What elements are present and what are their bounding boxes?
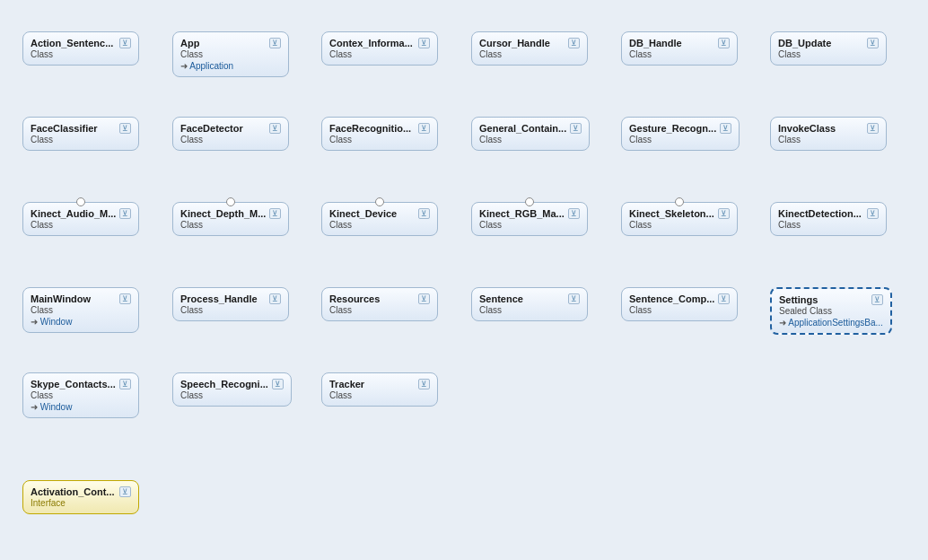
circle-connector	[525, 197, 534, 206]
node-header: Gesture_Recogn...⊻	[629, 123, 731, 134]
node-type: Class	[479, 220, 580, 230]
class-node-sentence[interactable]: Sentence⊻Class	[471, 287, 588, 321]
node-type: Class	[31, 305, 131, 315]
node-header: Kinect_RGB_Ma...⊻	[479, 208, 580, 219]
node-title: MainWindow	[31, 293, 91, 304]
class-node-face-classifier[interactable]: FaceClassifier⊻Class	[22, 117, 139, 151]
chevron-icon[interactable]: ⊻	[418, 123, 430, 134]
chevron-icon[interactable]: ⊻	[570, 123, 582, 134]
node-type: Class	[778, 220, 879, 230]
chevron-icon[interactable]: ⊻	[119, 293, 131, 304]
class-node-gesture-recogn[interactable]: Gesture_Recogn...⊻Class	[621, 117, 740, 151]
chevron-icon[interactable]: ⊻	[867, 38, 879, 48]
node-type: Class	[479, 305, 580, 315]
class-node-kinect-device[interactable]: Kinect_Device⊻Class	[321, 202, 438, 236]
class-node-speech-recogni[interactable]: Speech_Recogni...⊻Class	[172, 372, 292, 407]
chevron-icon[interactable]: ⊻	[269, 38, 281, 48]
class-node-cursor-handle[interactable]: Cursor_Handle⊻Class	[471, 31, 588, 66]
class-node-action-sentenc[interactable]: Action_Sentenc...⊻Class	[22, 31, 139, 66]
chevron-icon[interactable]: ⊻	[568, 208, 580, 219]
class-node-face-recognitio[interactable]: FaceRecognitio...⊻Class	[321, 117, 438, 151]
node-title: FaceDetector	[180, 123, 243, 134]
node-title: Resources	[329, 293, 380, 304]
node-type: Class	[629, 135, 731, 144]
node-header: FaceDetector⊻	[180, 123, 281, 134]
class-node-skype-contacts[interactable]: Skype_Contacts...⊻ClassWindow	[22, 372, 139, 418]
node-title: Cursor_Handle	[479, 38, 550, 48]
chevron-icon[interactable]: ⊻	[418, 293, 430, 304]
class-node-app[interactable]: App⊻ClassApplication	[172, 31, 289, 77]
node-header: Kinect_Depth_M...⊻	[180, 208, 281, 219]
node-title: Skype_Contacts...	[31, 379, 116, 389]
chevron-icon[interactable]: ⊻	[568, 38, 580, 48]
node-header: FaceRecognitio...⊻	[329, 123, 430, 134]
class-node-db-handle[interactable]: DB_Handle⊻Class	[621, 31, 738, 66]
class-node-settings[interactable]: Settings⊻Sealed ClassApplicationSettings…	[770, 287, 892, 335]
node-header: Settings⊻	[779, 294, 883, 305]
node-header: Sentence_Comp...⊻	[629, 293, 730, 304]
chevron-icon[interactable]: ⊻	[119, 486, 131, 497]
class-node-kinect-audio-m[interactable]: Kinect_Audio_M...⊻Class	[22, 202, 139, 236]
node-header: InvokeClass⊻	[778, 123, 879, 134]
class-node-process-handle[interactable]: Process_Handle⊻Class	[172, 287, 289, 321]
chevron-icon[interactable]: ⊻	[269, 123, 281, 134]
node-type: Class	[180, 305, 281, 315]
node-type: Class	[180, 390, 284, 400]
node-title: Contex_Informa...	[329, 38, 413, 48]
chevron-icon[interactable]: ⊻	[418, 38, 430, 48]
chevron-icon[interactable]: ⊻	[119, 38, 131, 48]
node-type: Class	[31, 390, 131, 400]
node-type: Class	[180, 220, 281, 230]
node-type: Class	[31, 49, 131, 59]
chevron-icon[interactable]: ⊻	[718, 293, 730, 304]
class-node-db-update[interactable]: DB_Update⊻Class	[770, 31, 887, 66]
chevron-icon[interactable]: ⊻	[871, 294, 883, 305]
chevron-icon[interactable]: ⊻	[272, 379, 284, 389]
chevron-icon[interactable]: ⊻	[119, 379, 131, 389]
chevron-icon[interactable]: ⊻	[418, 208, 430, 219]
diagram-canvas: Action_Sentenc...⊻ClassApp⊻ClassApplicat…	[0, 0, 928, 560]
chevron-icon[interactable]: ⊻	[119, 123, 131, 134]
chevron-icon[interactable]: ⊻	[418, 379, 430, 389]
chevron-icon[interactable]: ⊻	[269, 208, 281, 219]
node-header: Kinect_Audio_M...⊻	[31, 208, 131, 219]
class-node-kinect-skeleton[interactable]: Kinect_Skeleton...⊻Class	[621, 202, 738, 236]
class-node-contex-informa[interactable]: Contex_Informa...⊻Class	[321, 31, 438, 66]
class-node-kinect-rgb-ma[interactable]: Kinect_RGB_Ma...⊻Class	[471, 202, 588, 236]
node-extends: Window	[31, 402, 131, 412]
class-node-sentence-comp[interactable]: Sentence_Comp...⊻Class	[621, 287, 738, 321]
node-header: Resources⊻	[329, 293, 430, 304]
node-title: FaceClassifier	[31, 123, 98, 134]
node-header: Skype_Contacts...⊻	[31, 379, 131, 389]
chevron-icon[interactable]: ⊻	[568, 293, 580, 304]
class-node-activation-cont[interactable]: Activation_Cont...⊻Interface	[22, 480, 139, 514]
chevron-icon[interactable]: ⊻	[720, 123, 731, 134]
chevron-icon[interactable]: ⊻	[718, 38, 730, 48]
node-type: Class	[329, 220, 430, 230]
node-type: Class	[479, 135, 582, 144]
node-header: App⊻	[180, 38, 281, 48]
node-type: Class	[778, 49, 879, 59]
class-node-kinect-depth-m[interactable]: Kinect_Depth_M...⊻Class	[172, 202, 289, 236]
chevron-icon[interactable]: ⊻	[269, 293, 281, 304]
class-node-tracker[interactable]: Tracker⊻Class	[321, 372, 438, 407]
chevron-icon[interactable]: ⊻	[867, 123, 879, 134]
node-title: Kinect_Skeleton...	[629, 208, 714, 219]
class-node-face-detector[interactable]: FaceDetector⊻Class	[172, 117, 289, 151]
class-node-general-contain[interactable]: General_Contain...⊻Class	[471, 117, 590, 151]
circle-connector	[76, 197, 85, 206]
node-header: General_Contain...⊻	[479, 123, 582, 134]
node-header: Kinect_Device⊻	[329, 208, 430, 219]
class-node-resources[interactable]: Resources⊻Class	[321, 287, 438, 321]
class-node-invoke-class[interactable]: InvokeClass⊻Class	[770, 117, 887, 151]
class-node-main-window[interactable]: MainWindow⊻ClassWindow	[22, 287, 139, 333]
circle-connector	[375, 197, 384, 206]
node-header: Tracker⊻	[329, 379, 430, 389]
node-type: Class	[329, 390, 430, 400]
chevron-icon[interactable]: ⊻	[867, 208, 879, 219]
chevron-icon[interactable]: ⊻	[119, 208, 131, 219]
class-node-kinect-detection[interactable]: KinectDetection...⊻Class	[770, 202, 887, 236]
node-title: Kinect_Audio_M...	[31, 208, 116, 219]
chevron-icon[interactable]: ⊻	[718, 208, 730, 219]
node-header: Speech_Recogni...⊻	[180, 379, 284, 389]
